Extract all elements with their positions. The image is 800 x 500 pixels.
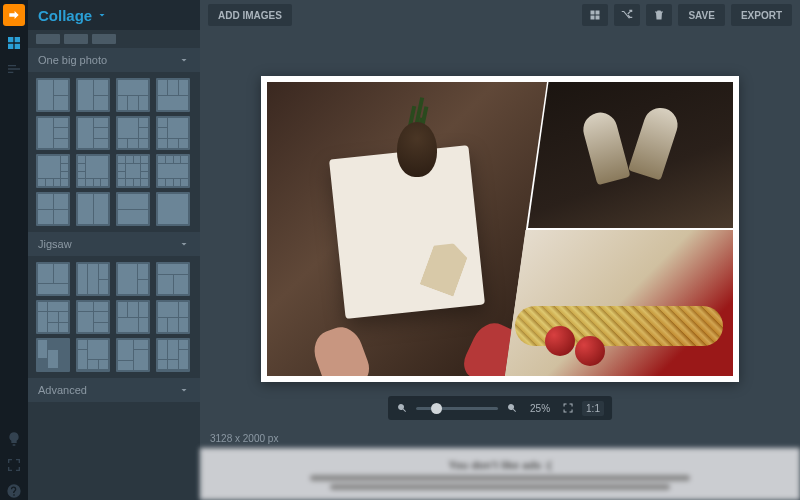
save-button[interactable]: SAVE <box>678 4 725 26</box>
collage-cell-3[interactable] <box>505 230 733 376</box>
template-thumb[interactable] <box>76 262 110 296</box>
section-advanced[interactable]: Advanced <box>28 378 200 402</box>
section-jigsaw[interactable]: Jigsaw <box>28 232 200 256</box>
chevron-down-icon <box>178 54 190 66</box>
template-thumb[interactable] <box>116 116 150 150</box>
template-thumb[interactable] <box>36 116 70 150</box>
template-thumb[interactable] <box>36 262 70 296</box>
template-thumb[interactable] <box>156 78 190 112</box>
template-thumb[interactable] <box>116 338 150 372</box>
zoom-slider[interactable] <box>416 407 498 410</box>
sidebar-tab[interactable] <box>36 34 60 44</box>
template-thumb[interactable] <box>156 154 190 188</box>
collage-cell-2[interactable] <box>528 82 733 228</box>
sidebar-tab[interactable] <box>92 34 116 44</box>
canvas-wrap: 25% 1:1 <box>200 30 800 428</box>
ad-banner: You don't like ads :( <box>200 448 800 500</box>
fit-icon[interactable] <box>562 402 574 414</box>
export-button[interactable]: EXPORT <box>731 4 792 26</box>
template-thumb[interactable] <box>156 192 190 226</box>
templates-jigsaw <box>28 256 200 378</box>
section-label: One big photo <box>38 54 107 66</box>
delete-button[interactable] <box>646 4 672 26</box>
collage-canvas[interactable] <box>261 76 739 382</box>
toolbar: ADD IMAGES SAVE EXPORT <box>200 0 800 30</box>
templates-one-big-photo <box>28 72 200 232</box>
template-thumb[interactable] <box>36 78 70 112</box>
help-icon[interactable] <box>5 482 23 500</box>
template-thumb[interactable] <box>36 192 70 226</box>
template-thumb[interactable] <box>156 116 190 150</box>
mode-dropdown[interactable]: Collage <box>28 0 200 30</box>
status-bar: 3128 x 2000 px <box>200 428 800 448</box>
section-label: Advanced <box>38 384 87 396</box>
template-thumb[interactable] <box>76 116 110 150</box>
template-thumb[interactable] <box>156 338 190 372</box>
fit-screen-icon[interactable] <box>5 456 23 474</box>
main-area: ADD IMAGES SAVE EXPORT <box>200 0 800 500</box>
template-thumb[interactable] <box>76 78 110 112</box>
chevron-down-icon <box>178 238 190 250</box>
sliders-tool-icon[interactable] <box>5 60 23 78</box>
app-logo[interactable] <box>3 4 25 26</box>
canvas-dimensions: 3128 x 2000 px <box>210 433 278 444</box>
layout-tool-icon[interactable] <box>5 34 23 52</box>
zoom-percent: 25% <box>526 403 554 414</box>
template-thumb[interactable] <box>76 154 110 188</box>
template-thumb[interactable] <box>76 192 110 226</box>
template-thumb[interactable] <box>76 300 110 334</box>
template-thumb[interactable] <box>36 154 70 188</box>
section-one-big-photo[interactable]: One big photo <box>28 48 200 72</box>
template-thumb[interactable] <box>116 192 150 226</box>
template-thumb[interactable] <box>116 78 150 112</box>
ad-heading: You don't like ads :( <box>448 459 551 471</box>
template-thumb[interactable] <box>76 338 110 372</box>
zoom-out-icon[interactable] <box>396 402 408 414</box>
collage-cell-1[interactable] <box>267 82 547 376</box>
template-thumb[interactable] <box>36 300 70 334</box>
shuffle-button[interactable] <box>614 4 640 26</box>
chevron-down-icon <box>178 384 190 396</box>
aspect-badge[interactable]: 1:1 <box>582 401 604 416</box>
template-thumb[interactable] <box>156 262 190 296</box>
template-thumb[interactable] <box>36 338 70 372</box>
grid-view-button[interactable] <box>582 4 608 26</box>
templates-sidebar: Collage One big photo Jigsaw <box>28 0 200 500</box>
zoom-in-icon[interactable] <box>506 402 518 414</box>
tool-rail <box>0 0 28 500</box>
template-thumb[interactable] <box>116 262 150 296</box>
idea-icon[interactable] <box>5 430 23 448</box>
template-thumb[interactable] <box>116 300 150 334</box>
mode-label: Collage <box>38 7 92 24</box>
template-thumb[interactable] <box>156 300 190 334</box>
zoom-bar: 25% 1:1 <box>388 396 612 420</box>
add-images-button[interactable]: ADD IMAGES <box>208 4 292 26</box>
template-thumb[interactable] <box>116 154 150 188</box>
section-label: Jigsaw <box>38 238 72 250</box>
sidebar-tab[interactable] <box>64 34 88 44</box>
sidebar-tabs <box>28 30 200 48</box>
